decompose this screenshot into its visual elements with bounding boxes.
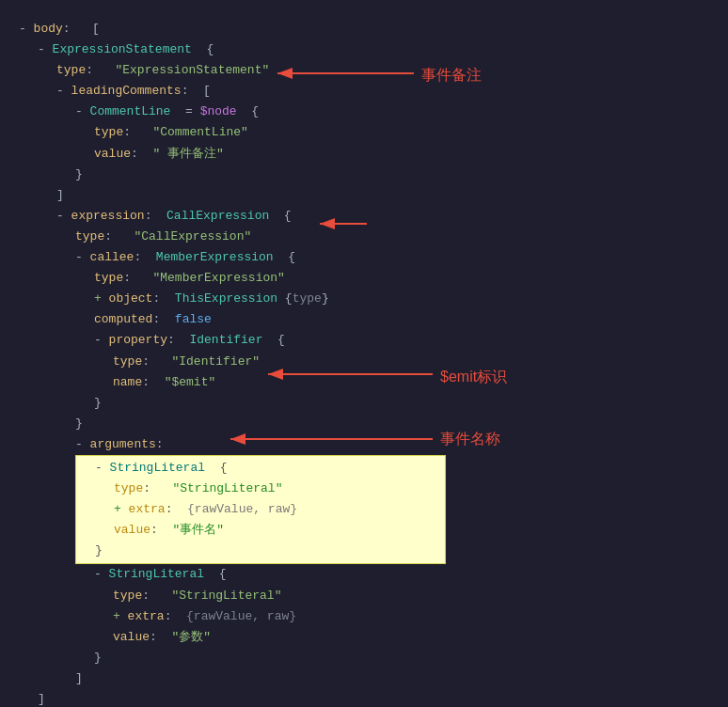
line-comment-line: - CommentLine = $node { [19, 102, 709, 122]
line-computed: computed: false [19, 309, 709, 330]
code-viewer: 事件备注 $emit标识 事件名称 - body: [ - Expression… [0, 9, 728, 707]
line-expression: - expression: CallExpression { [19, 206, 709, 227]
line-close-comment: } [19, 165, 709, 185]
line-object: + object: ThisExpression {type} [19, 289, 709, 309]
line-sl2-close: } [19, 648, 709, 668]
line-comment-type: type: "CommentLine" [19, 122, 709, 143]
line-close-property: } [19, 393, 709, 414]
line-close-leading: ] [19, 185, 709, 206]
line-leading-comments: - leadingComments: [ [19, 81, 709, 102]
hl-string-literal: - StringLiteral { [76, 458, 445, 479]
line-call-type: type: "CallExpression" [19, 227, 709, 247]
highlight-block: - StringLiteral { type: "StringLiteral" … [75, 455, 446, 564]
line-sl2: - StringLiteral { [19, 564, 709, 585]
line-arguments: - arguments: [19, 434, 709, 455]
line-member-type: type: "MemberExpression" [19, 268, 709, 289]
line-callee: - callee: MemberExpression { [19, 247, 709, 268]
line-expr-type: type: "ExpressionStatement" [19, 60, 709, 81]
line-comment-value: value: " 事件备注" [19, 144, 709, 165]
line-sl2-extra: + extra: {rawValue, raw} [19, 606, 709, 627]
line-expr-stmt: - ExpressionStatement { [19, 39, 709, 60]
hl-type: type: "StringLiteral" [76, 479, 445, 499]
line-body: - body: [ [19, 19, 709, 39]
hl-extra: + extra: {rawValue, raw} [76, 499, 445, 520]
line-identifier-type: type: "Identifier" [19, 352, 709, 372]
line-close-bracket-args: ] [19, 668, 709, 689]
line-property: - property: Identifier { [19, 330, 709, 351]
line-close-bracket-body: ] [19, 689, 709, 707]
line-sl2-value: value: "参数" [19, 627, 709, 648]
line-sl2-type: type: "StringLiteral" [19, 586, 709, 606]
line-close-callee: } [19, 414, 709, 434]
hl-value: value: "事件名" [76, 520, 445, 541]
hl-close: } [76, 541, 445, 561]
line-identifier-name: name: "$emit" [19, 372, 709, 393]
